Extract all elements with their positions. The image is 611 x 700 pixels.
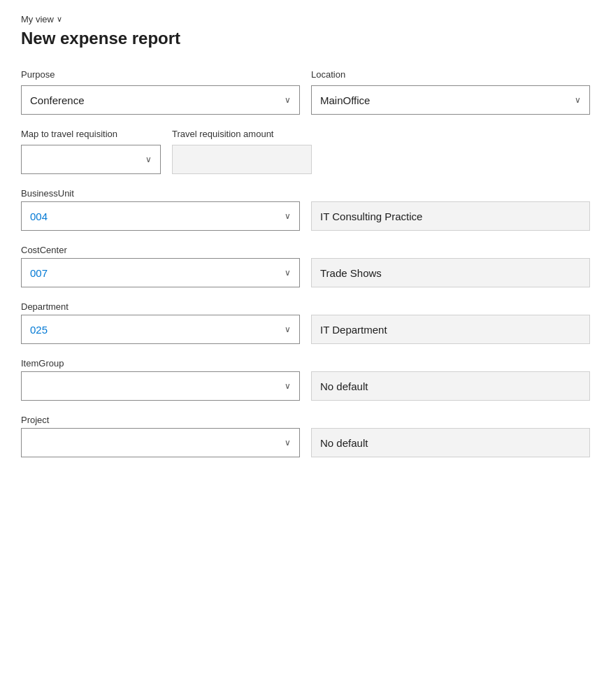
department-right: IT Department bbox=[311, 315, 590, 344]
item-group-row: ∨ No default bbox=[21, 371, 590, 401]
purpose-group: Purpose Conference ∨ bbox=[21, 69, 300, 115]
department-code: 025 bbox=[30, 324, 279, 336]
item-group-dropdown[interactable]: ∨ bbox=[21, 371, 300, 401]
cost-center-chevron-icon: ∨ bbox=[285, 268, 291, 278]
business-unit-chevron-icon: ∨ bbox=[285, 211, 291, 221]
department-left: 025 ∨ bbox=[21, 315, 300, 344]
item-group-left: ∨ bbox=[21, 371, 300, 401]
department-name: IT Department bbox=[320, 324, 387, 336]
item-group-name: No default bbox=[320, 380, 368, 392]
cost-center-section: CostCenter 007 ∨ Trade Shows bbox=[21, 245, 590, 287]
department-chevron-icon: ∨ bbox=[285, 324, 291, 334]
cost-center-right: Trade Shows bbox=[311, 258, 590, 287]
project-section: Project ∨ No default bbox=[21, 415, 590, 457]
item-group-chevron-icon: ∨ bbox=[285, 381, 291, 391]
map-travel-section: Map to travel requisition ∨ Travel requi… bbox=[21, 129, 590, 174]
location-dropdown[interactable]: MainOffice ∨ bbox=[311, 85, 590, 115]
map-travel-group: Map to travel requisition ∨ bbox=[21, 129, 161, 174]
business-unit-name-field: IT Consulting Practice bbox=[311, 201, 590, 231]
business-unit-section: BusinessUnit 004 ∨ IT Consulting Practic… bbox=[21, 188, 590, 231]
item-group-right: No default bbox=[311, 371, 590, 401]
department-dropdown[interactable]: 025 ∨ bbox=[21, 315, 300, 344]
purpose-value: Conference bbox=[30, 94, 279, 106]
location-group: Location MainOffice ∨ bbox=[311, 69, 590, 115]
travel-amount-field bbox=[172, 145, 312, 174]
map-travel-chevron-icon: ∨ bbox=[145, 155, 152, 164]
project-chevron-icon: ∨ bbox=[285, 438, 291, 448]
item-group-section: ItemGroup ∨ No default bbox=[21, 358, 590, 401]
project-dropdown[interactable]: ∨ bbox=[21, 428, 300, 457]
cost-center-row: 007 ∨ Trade Shows bbox=[21, 258, 590, 287]
travel-amount-label: Travel requisition amount bbox=[172, 129, 312, 139]
project-row: ∨ No default bbox=[21, 428, 590, 457]
business-unit-code: 004 bbox=[30, 210, 279, 222]
business-unit-right: IT Consulting Practice bbox=[311, 201, 590, 231]
department-section: Department 025 ∨ IT Department bbox=[21, 301, 590, 344]
business-unit-left: 004 ∨ bbox=[21, 201, 300, 231]
my-view-toggle[interactable]: My view ∨ bbox=[21, 14, 590, 24]
cost-center-code: 007 bbox=[30, 267, 279, 279]
purpose-chevron-icon: ∨ bbox=[285, 95, 291, 105]
my-view-label: My view bbox=[21, 14, 54, 24]
location-value: MainOffice bbox=[320, 94, 569, 106]
purpose-label: Purpose bbox=[21, 69, 300, 80]
map-travel-dropdown[interactable]: ∨ bbox=[21, 145, 161, 174]
cost-center-label: CostCenter bbox=[21, 245, 590, 255]
cost-center-left: 007 ∨ bbox=[21, 258, 300, 287]
project-right: No default bbox=[311, 428, 590, 457]
project-name: No default bbox=[320, 437, 368, 449]
business-unit-name: IT Consulting Practice bbox=[320, 210, 422, 222]
location-label: Location bbox=[311, 69, 590, 80]
cost-center-name: Trade Shows bbox=[320, 267, 382, 279]
cost-center-dropdown[interactable]: 007 ∨ bbox=[21, 258, 300, 287]
department-row: 025 ∨ IT Department bbox=[21, 315, 590, 344]
travel-amount-group: Travel requisition amount bbox=[172, 129, 312, 174]
business-unit-row: 004 ∨ IT Consulting Practice bbox=[21, 201, 590, 231]
page-title: New expense report bbox=[21, 29, 590, 48]
location-chevron-icon: ∨ bbox=[575, 95, 581, 105]
project-label: Project bbox=[21, 415, 590, 425]
cost-center-name-field: Trade Shows bbox=[311, 258, 590, 287]
map-travel-label: Map to travel requisition bbox=[21, 129, 161, 139]
department-label: Department bbox=[21, 301, 590, 312]
department-name-field: IT Department bbox=[311, 315, 590, 344]
item-group-label: ItemGroup bbox=[21, 358, 590, 369]
project-name-field: No default bbox=[311, 428, 590, 457]
business-unit-dropdown[interactable]: 004 ∨ bbox=[21, 201, 300, 231]
item-group-name-field: No default bbox=[311, 371, 590, 401]
my-view-chevron-icon: ∨ bbox=[57, 15, 62, 24]
business-unit-label: BusinessUnit bbox=[21, 188, 590, 199]
project-left: ∨ bbox=[21, 428, 300, 457]
purpose-dropdown[interactable]: Conference ∨ bbox=[21, 85, 300, 115]
